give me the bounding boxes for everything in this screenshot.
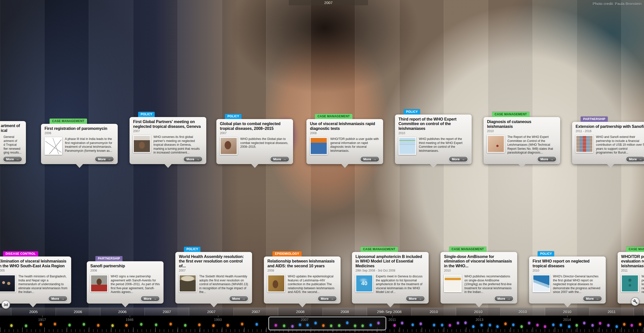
more-button-label: More [363,157,371,161]
category-badge: CASE MANAGEMENT [626,247,644,252]
year-segment-2006[interactable]: 2006 [100,308,145,316]
year-segment-2008[interactable]: 2008 [278,308,323,316]
event-card[interactable]: CASE MANAGEMENTSingle-dose AmBisome for … [440,252,517,304]
arrow-right-icon: → [283,157,286,161]
year-segment-2010[interactable]: 2010 [501,308,545,316]
more-button[interactable]: More→ [449,156,468,162]
event-dot [544,325,546,328]
ruler-year-label: 2014 [563,318,571,322]
more-button[interactable]: More→ [406,295,425,302]
arrow-right-icon: → [550,157,553,161]
more-button[interactable]: More→ [3,156,22,162]
event-date: 2010 [533,269,602,272]
card-tail [387,304,394,307]
event-description: WHO publishes the Global plan to combat … [240,137,290,155]
event-card[interactable]: POLICYFirst Global Partners' meeting on … [130,117,206,164]
event-card[interactable]: EPIDEMIOLOGYRelationship between leishma… [264,256,341,304]
more-button[interactable]: More→ [140,295,160,302]
event-dot [170,323,172,325]
year-segment-2010[interactable]: 2010 [545,308,590,316]
arrow-right-icon: → [418,297,422,301]
arrow-right-icon: → [330,297,334,301]
settings-button[interactable] [631,297,639,306]
more-button[interactable]: More→ [183,156,203,162]
year-segment-2005[interactable]: 2005 [11,308,56,316]
event-card[interactable]: POLICYWorld Health Assembly resolution: … [175,252,252,304]
event-description: The Sixtieth World Health Assembly adopt… [199,275,249,294]
ministers-photo-thumbnail [0,275,16,292]
event-card[interactable]: CASE MANAGEMENTLiposomal amphotericin B … [352,252,429,304]
card-tail [29,304,36,307]
event-description: Experts meet in Geneva to discuss the ap… [376,275,425,294]
event-title: Sanofi partnership [90,264,160,268]
arrow-right-icon: → [61,297,64,301]
card-tail [76,164,83,168]
year-segment-2007[interactable]: 2007 [189,308,234,316]
event-card[interactable]: POLICYGlobal plan to combat neglected tr… [216,119,293,164]
event-dot [568,325,570,328]
more-button[interactable]: More→ [317,295,337,302]
event-dot [198,323,200,326]
category-badge: CASE MANAGEMENT [449,247,487,252]
event-dot [552,323,554,326]
arrow-right-icon: → [107,157,111,161]
more-button[interactable]: More→ [360,156,380,162]
card-tail [210,304,217,307]
year-segment-2007[interactable]: 2007 [145,308,189,316]
event-card[interactable]: CASE MANAGEMENTUse of visceral leishmani… [306,119,383,164]
more-button-label: More [232,297,240,301]
year-segment[interactable] [634,308,644,316]
event-card[interactable]: CASE MANAGEMENTWHO/TDR publ evaluation r… [618,252,644,304]
event-dot [306,324,309,326]
viewport-selection-box[interactable] [268,316,386,330]
more-button-label: More [629,157,637,161]
event-card[interactable]: POLICYThird report of the WHO Expert Com… [395,115,472,164]
event-card[interactable]: POLICYFirst WHO report on neglected trop… [529,256,606,304]
more-button[interactable]: More→ [95,156,114,162]
event-dot [370,324,372,326]
more-button[interactable]: More→ [229,295,249,302]
event-body: WHO's Director-General launches the firs… [533,275,602,294]
event-dot [330,324,332,327]
card-tail [430,164,437,168]
more-button[interactable]: More→ [583,295,602,302]
more-button[interactable]: More→ [494,295,514,302]
event-description: WHO signs a new partnership agreement wi… [111,275,160,294]
event-dot [314,322,317,324]
more-button[interactable]: More→ [270,156,290,162]
more-button[interactable]: More→ [48,295,68,302]
event-dot [560,324,562,326]
event-date: 2006 [45,131,114,135]
event-dot [639,323,641,326]
year-segment-2011[interactable]: 2011 [589,308,634,316]
nav-ruler[interactable]: 1917194619932007201120132014 [0,316,644,333]
more-button[interactable]: More→ [626,156,644,162]
event-card[interactable]: PARTNERSHIPSanofi partnership2006WHO sig… [87,261,164,304]
event-dot [361,324,364,327]
year-segment-29th-sep-2008[interactable]: 29th Sep 2008 [367,308,412,316]
event-dot [401,322,403,324]
event-dot [489,324,491,326]
year-segment-2010[interactable]: 2010 [456,308,501,316]
event-card[interactable]: artment of icalGeneral artment of d Trop… [0,121,26,164]
event-dot [393,324,396,327]
year-segment-2010[interactable]: 2010 [412,308,456,316]
event-dot [283,324,285,327]
mode-3d-button[interactable]: 3d [2,300,10,309]
event-dot [54,323,56,325]
year-segment-2007[interactable]: 2007 [234,308,278,316]
event-date: 2010 [398,131,468,135]
skin-test-photo-thumbnail [487,135,505,153]
chemical-structure-thumbnail [45,137,62,155]
event-dot [68,324,71,326]
year-segment-2008[interactable]: 2008 [323,308,367,316]
event-card[interactable]: PARTNERSHIPExtension of partnership with… [572,122,644,164]
event-card[interactable]: CASE MANAGEMENTFirst registration of par… [41,124,118,164]
event-dot [40,323,42,326]
event-card[interactable]: DISEASE CONTROLElimination of visceral l… [0,256,71,304]
event-card[interactable]: CASE MANAGEMENTDiagnosis of cutaneous le… [484,117,560,164]
category-badge: PARTNERSHIP [95,256,123,261]
more-button[interactable]: More→ [537,156,557,162]
year-segment-2006[interactable]: 2006 [56,308,100,316]
category-badge: PARTNERSHIP [581,117,608,122]
